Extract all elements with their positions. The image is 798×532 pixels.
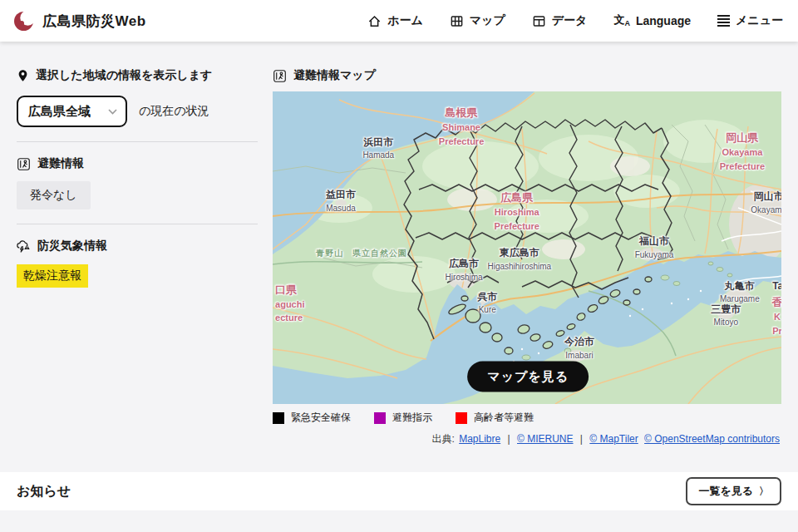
news-section: お知らせ 一覧を見る 〉: [0, 472, 798, 510]
legend-item-emergency: 緊急安全確保: [273, 411, 351, 425]
nav-item-map[interactable]: マップ: [450, 13, 505, 28]
region-select[interactable]: 広島県全域: [17, 96, 127, 127]
attribution-link-maptiler[interactable]: © MapTiler: [589, 433, 638, 445]
legend-swatch-black: [273, 412, 284, 424]
hiroshima-logo-icon: [13, 10, 35, 32]
location-pin-icon: [17, 69, 29, 82]
region-status-panel: 選択した地域の情報を表示します 広島県全域 の現在の状況: [17, 68, 273, 446]
divider: [17, 141, 258, 142]
news-title: お知らせ: [17, 483, 71, 500]
map-canvas[interactable]: 島根県ShimanePrefecture広島県HiroshimaPrefectu…: [273, 91, 781, 404]
region-prompt-row: 選択した地域の情報を表示します: [17, 68, 273, 83]
chevron-right-icon: 〉: [759, 485, 769, 499]
divider: [17, 224, 258, 224]
evacuation-info-heading: 避難情報: [17, 156, 273, 171]
evacuation-runner-icon: [17, 157, 31, 171]
storm-warning-icon: [17, 239, 31, 254]
evacuation-info-title: 避難情報: [37, 156, 84, 171]
data-table-icon: [532, 14, 546, 28]
map-section-heading: 避難情報マップ: [273, 68, 781, 83]
weather-alert-badge: 乾燥注意報: [17, 264, 88, 288]
app-header: 広島県防災Web ホーム マップ: [0, 0, 798, 42]
nav-item-data[interactable]: データ: [532, 13, 588, 28]
attribution-prefix: 出典:: [431, 433, 454, 445]
nav-item-menu[interactable]: メニュー: [717, 13, 783, 28]
attribution-link-osm[interactable]: © OpenStreetMap contributors: [644, 433, 780, 445]
attribution-link-maplibre[interactable]: MapLibre: [459, 433, 500, 445]
map-icon: [450, 14, 464, 28]
app-logo-brand[interactable]: 広島県防災Web: [13, 10, 146, 32]
map-attribution: 出典: MapLibre | © MIERUNE | © MapTiler © …: [273, 432, 781, 446]
chevron-down-icon: [108, 109, 117, 115]
region-prompt-text: 選択した地域の情報を表示します: [36, 68, 212, 83]
hamburger-menu-icon: [717, 15, 730, 27]
basemap-graphic: [273, 91, 781, 404]
region-suffix-text: の現在の状況: [139, 104, 209, 119]
main-content: 選択した地域の情報を表示します 広島県全域 の現在の状況: [0, 42, 798, 446]
view-map-button[interactable]: マップを見る: [467, 362, 589, 392]
language-icon: 文A: [613, 14, 630, 27]
legend-item-elderly: 高齢者等避難: [456, 411, 534, 425]
map-section-title: 避難情報マップ: [293, 68, 376, 83]
legend-swatch-magenta: [374, 412, 386, 424]
view-all-news-button[interactable]: 一覧を見る 〉: [686, 477, 781, 505]
region-select-row: 広島県全域 の現在の状況: [17, 96, 273, 127]
region-select-value: 広島県全域: [28, 104, 91, 120]
evacuation-map-panel: 避難情報マップ: [273, 68, 781, 446]
nav-item-language[interactable]: 文A Language: [613, 14, 691, 27]
weather-info-heading: 防災気象情報: [17, 239, 273, 254]
map-legend: 緊急安全確保 避難指示 高齢者等避難: [273, 411, 781, 425]
home-icon: [367, 14, 382, 28]
nav-item-home[interactable]: ホーム: [367, 13, 423, 28]
attribution-link-mierune[interactable]: © MIERUNE: [517, 433, 574, 445]
header-nav: ホーム マップ データ 文A Language: [367, 13, 783, 28]
evacuation-runner-icon: [273, 69, 287, 83]
legend-item-evacuation-order: 避難指示: [374, 411, 432, 425]
legend-swatch-red: [456, 412, 467, 424]
app-title: 広島県防災Web: [42, 12, 146, 31]
evacuation-status-badge: 発令なし: [17, 181, 91, 209]
weather-info-title: 防災気象情報: [37, 239, 107, 254]
